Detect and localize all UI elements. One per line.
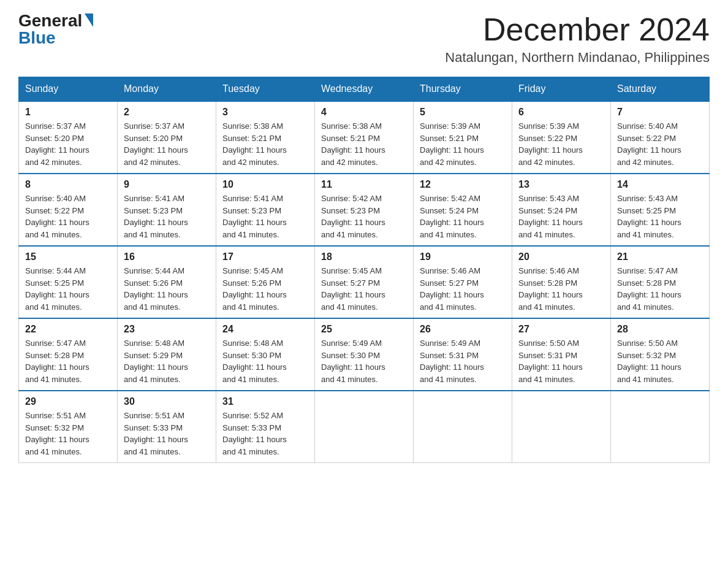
calendar-cell: 10 Sunrise: 5:41 AM Sunset: 5:23 PM Dayl… xyxy=(216,174,315,246)
calendar-cell: 13 Sunrise: 5:43 AM Sunset: 5:24 PM Dayl… xyxy=(512,174,611,246)
calendar-cell: 4 Sunrise: 5:38 AM Sunset: 5:21 PM Dayli… xyxy=(315,101,414,174)
calendar-cell: 8 Sunrise: 5:40 AM Sunset: 5:22 PM Dayli… xyxy=(19,174,118,246)
day-number: 9 xyxy=(124,179,210,190)
calendar-cell: 1 Sunrise: 5:37 AM Sunset: 5:20 PM Dayli… xyxy=(19,101,118,174)
day-number: 2 xyxy=(124,107,210,118)
day-number: 13 xyxy=(518,179,604,190)
logo-blue: Blue xyxy=(18,29,56,47)
day-number: 4 xyxy=(321,107,407,118)
calendar-cell: 18 Sunrise: 5:45 AM Sunset: 5:27 PM Dayl… xyxy=(315,246,414,318)
day-info: Sunrise: 5:42 AM Sunset: 5:24 PM Dayligh… xyxy=(420,193,506,240)
day-number: 17 xyxy=(222,251,308,262)
day-info: Sunrise: 5:40 AM Sunset: 5:22 PM Dayligh… xyxy=(617,120,703,168)
day-number: 15 xyxy=(25,251,111,262)
calendar-cell: 7 Sunrise: 5:40 AM Sunset: 5:22 PM Dayli… xyxy=(611,101,710,174)
day-number: 31 xyxy=(222,396,308,407)
calendar-cell: 23 Sunrise: 5:48 AM Sunset: 5:29 PM Dayl… xyxy=(118,318,216,391)
calendar-cell: 24 Sunrise: 5:48 AM Sunset: 5:30 PM Dayl… xyxy=(216,318,315,391)
day-info: Sunrise: 5:48 AM Sunset: 5:30 PM Dayligh… xyxy=(222,337,308,385)
day-info: Sunrise: 5:42 AM Sunset: 5:23 PM Dayligh… xyxy=(321,193,407,240)
calendar-cell: 17 Sunrise: 5:45 AM Sunset: 5:26 PM Dayl… xyxy=(216,246,315,318)
day-info: Sunrise: 5:51 AM Sunset: 5:32 PM Dayligh… xyxy=(25,410,111,458)
day-number: 29 xyxy=(25,396,111,407)
day-info: Sunrise: 5:39 AM Sunset: 5:21 PM Dayligh… xyxy=(420,120,506,168)
calendar-cell: 28 Sunrise: 5:50 AM Sunset: 5:32 PM Dayl… xyxy=(611,318,710,391)
day-info: Sunrise: 5:37 AM Sunset: 5:20 PM Dayligh… xyxy=(124,120,210,168)
day-info: Sunrise: 5:49 AM Sunset: 5:31 PM Dayligh… xyxy=(420,337,506,385)
day-number: 23 xyxy=(124,324,210,335)
day-info: Sunrise: 5:46 AM Sunset: 5:28 PM Dayligh… xyxy=(518,265,604,313)
week-row-3: 15 Sunrise: 5:44 AM Sunset: 5:25 PM Dayl… xyxy=(19,246,710,318)
day-number: 25 xyxy=(321,324,407,335)
day-number: 26 xyxy=(420,324,506,335)
day-info: Sunrise: 5:38 AM Sunset: 5:21 PM Dayligh… xyxy=(321,120,407,168)
day-number: 28 xyxy=(617,324,703,335)
calendar-title: December 2024 xyxy=(445,12,710,47)
day-number: 14 xyxy=(617,179,703,190)
calendar-cell: 2 Sunrise: 5:37 AM Sunset: 5:20 PM Dayli… xyxy=(118,101,216,174)
calendar-cell: 25 Sunrise: 5:49 AM Sunset: 5:30 PM Dayl… xyxy=(315,318,414,391)
day-number: 10 xyxy=(222,179,308,190)
calendar-cell: 31 Sunrise: 5:52 AM Sunset: 5:33 PM Dayl… xyxy=(216,391,315,463)
calendar-cell: 6 Sunrise: 5:39 AM Sunset: 5:22 PM Dayli… xyxy=(512,101,611,174)
day-info: Sunrise: 5:49 AM Sunset: 5:30 PM Dayligh… xyxy=(321,337,407,385)
day-number: 24 xyxy=(222,324,308,335)
day-info: Sunrise: 5:44 AM Sunset: 5:26 PM Dayligh… xyxy=(124,265,210,313)
day-info: Sunrise: 5:47 AM Sunset: 5:28 PM Dayligh… xyxy=(25,337,111,385)
title-area: December 2024 Natalungan, Northern Minda… xyxy=(445,12,710,66)
day-info: Sunrise: 5:47 AM Sunset: 5:28 PM Dayligh… xyxy=(617,265,703,313)
calendar-subtitle: Natalungan, Northern Mindanao, Philippin… xyxy=(445,50,710,66)
day-info: Sunrise: 5:46 AM Sunset: 5:27 PM Dayligh… xyxy=(420,265,506,313)
day-number: 30 xyxy=(124,396,210,407)
day-info: Sunrise: 5:50 AM Sunset: 5:32 PM Dayligh… xyxy=(617,337,703,385)
day-info: Sunrise: 5:41 AM Sunset: 5:23 PM Dayligh… xyxy=(222,193,308,240)
day-number: 1 xyxy=(25,107,111,118)
day-number: 19 xyxy=(420,251,506,262)
day-number: 22 xyxy=(25,324,111,335)
calendar-cell: 15 Sunrise: 5:44 AM Sunset: 5:25 PM Dayl… xyxy=(19,246,118,318)
day-info: Sunrise: 5:43 AM Sunset: 5:24 PM Dayligh… xyxy=(518,193,604,240)
calendar-cell xyxy=(512,391,611,463)
day-info: Sunrise: 5:50 AM Sunset: 5:31 PM Dayligh… xyxy=(518,337,604,385)
week-row-4: 22 Sunrise: 5:47 AM Sunset: 5:28 PM Dayl… xyxy=(19,318,710,391)
day-info: Sunrise: 5:41 AM Sunset: 5:23 PM Dayligh… xyxy=(124,193,210,240)
calendar-cell: 19 Sunrise: 5:46 AM Sunset: 5:27 PM Dayl… xyxy=(414,246,512,318)
calendar-cell: 14 Sunrise: 5:43 AM Sunset: 5:25 PM Dayl… xyxy=(611,174,710,246)
weekday-header-thursday: Thursday xyxy=(414,77,512,102)
day-info: Sunrise: 5:45 AM Sunset: 5:26 PM Dayligh… xyxy=(222,265,308,313)
calendar-cell xyxy=(315,391,414,463)
day-number: 5 xyxy=(420,107,506,118)
week-row-2: 8 Sunrise: 5:40 AM Sunset: 5:22 PM Dayli… xyxy=(19,174,710,246)
day-number: 7 xyxy=(617,107,703,118)
calendar-cell: 22 Sunrise: 5:47 AM Sunset: 5:28 PM Dayl… xyxy=(19,318,118,391)
weekday-header-row: SundayMondayTuesdayWednesdayThursdayFrid… xyxy=(19,77,710,102)
day-info: Sunrise: 5:52 AM Sunset: 5:33 PM Dayligh… xyxy=(222,410,308,458)
day-info: Sunrise: 5:48 AM Sunset: 5:29 PM Dayligh… xyxy=(124,337,210,385)
calendar-cell: 29 Sunrise: 5:51 AM Sunset: 5:32 PM Dayl… xyxy=(19,391,118,463)
day-info: Sunrise: 5:39 AM Sunset: 5:22 PM Dayligh… xyxy=(518,120,604,168)
page-header: General Blue December 2024 Natalungan, N… xyxy=(18,12,710,66)
day-info: Sunrise: 5:38 AM Sunset: 5:21 PM Dayligh… xyxy=(222,120,308,168)
weekday-header-sunday: Sunday xyxy=(19,77,118,102)
logo-general: General xyxy=(18,12,82,29)
calendar-cell: 27 Sunrise: 5:50 AM Sunset: 5:31 PM Dayl… xyxy=(512,318,611,391)
weekday-header-friday: Friday xyxy=(512,77,611,102)
day-number: 27 xyxy=(518,324,604,335)
calendar-cell: 20 Sunrise: 5:46 AM Sunset: 5:28 PM Dayl… xyxy=(512,246,611,318)
calendar-cell xyxy=(414,391,512,463)
weekday-header-tuesday: Tuesday xyxy=(216,77,315,102)
logo: General Blue xyxy=(18,12,93,47)
day-number: 12 xyxy=(420,179,506,190)
day-info: Sunrise: 5:37 AM Sunset: 5:20 PM Dayligh… xyxy=(25,120,111,168)
day-number: 16 xyxy=(124,251,210,262)
day-info: Sunrise: 5:44 AM Sunset: 5:25 PM Dayligh… xyxy=(25,265,111,313)
day-number: 8 xyxy=(25,179,111,190)
day-number: 20 xyxy=(518,251,604,262)
weekday-header-saturday: Saturday xyxy=(611,77,710,102)
week-row-1: 1 Sunrise: 5:37 AM Sunset: 5:20 PM Dayli… xyxy=(19,101,710,174)
day-number: 18 xyxy=(321,251,407,262)
day-info: Sunrise: 5:51 AM Sunset: 5:33 PM Dayligh… xyxy=(124,410,210,458)
day-number: 3 xyxy=(222,107,308,118)
calendar-cell: 16 Sunrise: 5:44 AM Sunset: 5:26 PM Dayl… xyxy=(118,246,216,318)
day-info: Sunrise: 5:43 AM Sunset: 5:25 PM Dayligh… xyxy=(617,193,703,240)
